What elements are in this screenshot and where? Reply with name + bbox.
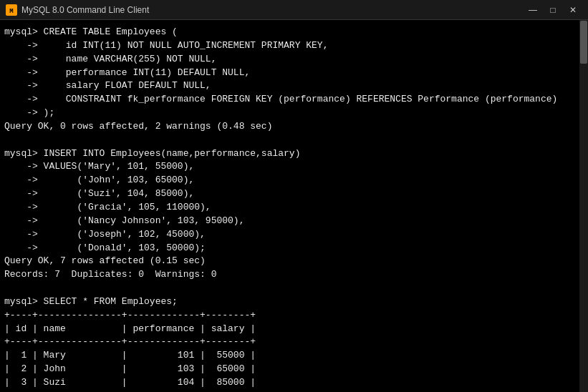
terminal-line: Records: 7 Duplicates: 0 Warnings: 0 [4, 268, 582, 282]
terminal-line: +----+---------------+-------------+----… [4, 309, 582, 323]
terminal-line: mysql> CREATE TABLE Employees ( [4, 26, 582, 39]
terminal-line: -> CONSTRAINT fk_performance FOREIGN KEY… [4, 93, 582, 107]
terminal-line: -> salary FLOAT DEFAULT NULL, [4, 79, 582, 93]
terminal-content: mysql> CREATE TABLE Employees ( -> id IN… [4, 26, 582, 392]
terminal-line: +----+---------------+-------------+----… [4, 335, 582, 349]
title-bar: M MySQL 8.0 Command Line Client — □ ✕ [0, 0, 588, 20]
terminal-line: mysql> INSERT INTO Employees(name,perfor… [4, 147, 582, 161]
terminal-line: | 3 | Suzi | 104 | 85000 | [4, 376, 582, 390]
terminal-line [4, 282, 582, 295]
terminal-line [4, 134, 582, 147]
close-button[interactable]: ✕ [564, 3, 582, 17]
maximize-button[interactable]: □ [544, 3, 562, 17]
terminal-line: -> ); [4, 107, 582, 120]
window-title: MySQL 8.0 Command Line Client [21, 5, 524, 15]
terminal-line: -> ('Joseph', 102, 45000), [4, 228, 582, 242]
terminal-line: -> name VARCHAR(255) NOT NULL, [4, 53, 582, 67]
terminal-line: Query OK, 0 rows affected, 2 warnings (0… [4, 120, 582, 134]
terminal-line: -> ('Gracia', 105, 110000), [4, 201, 582, 215]
terminal-line: -> ('John', 103, 65000), [4, 174, 582, 187]
scrollbar[interactable] [579, 20, 588, 392]
terminal-line: | id | name | performance | salary | [4, 323, 582, 336]
terminal-line: mysql> SELECT * FROM Employees; [4, 295, 582, 309]
terminal-line: | 2 | John | 103 | 65000 | [4, 363, 582, 376]
terminal-line: -> ('Donald', 103, 50000); [4, 242, 582, 255]
terminal-line: | 1 | Mary | 101 | 55000 | [4, 349, 582, 363]
terminal-line: -> performance INT(11) DEFAULT NULL, [4, 67, 582, 80]
terminal-line: -> ('Nancy Johnson', 103, 95000), [4, 215, 582, 228]
minimize-button[interactable]: — [524, 3, 542, 17]
terminal-line: -> ('Suzi', 104, 85000), [4, 187, 582, 201]
window-controls: — □ ✕ [524, 3, 582, 17]
svg-text:M: M [9, 7, 13, 14]
app-icon: M [6, 4, 17, 16]
terminal-line: -> id INT(11) NOT NULL AUTO_INCREMENT PR… [4, 39, 582, 53]
scrollbar-thumb[interactable] [580, 21, 587, 64]
terminal-line: -> VALUES('Mary', 101, 55000), [4, 160, 582, 174]
terminal-line: Query OK, 7 rows affected (0.15 sec) [4, 255, 582, 268]
terminal-area[interactable]: mysql> CREATE TABLE Employees ( -> id IN… [0, 20, 588, 392]
